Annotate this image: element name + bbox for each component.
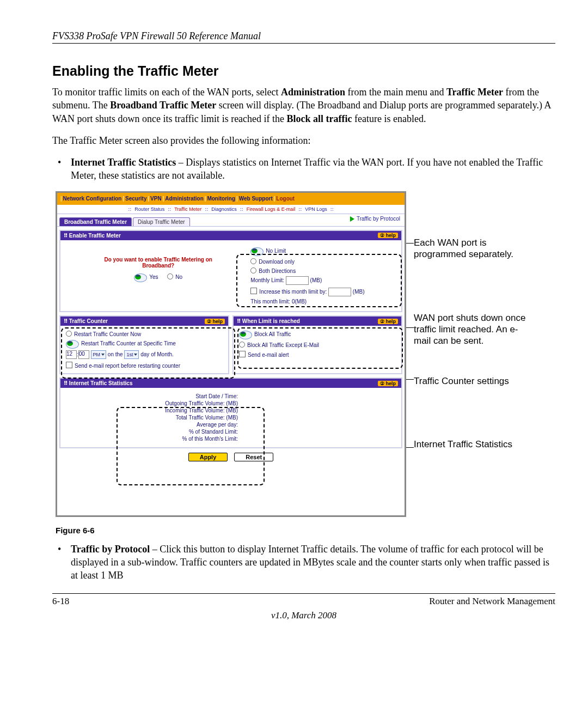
panel-stats: ⠿ Internet Traffic Statistics② help Star… <box>59 378 402 448</box>
figure-caption: Figure 6-6 <box>56 526 555 535</box>
sub-traffic-meter[interactable]: Traffic Meter <box>174 206 201 212</box>
nav-vpn[interactable]: VPN <box>150 196 162 202</box>
panel-limit-head: ⠿ When Limit is reached <box>237 318 300 324</box>
nav-logout[interactable]: Logout <box>276 196 295 202</box>
info-paragraph: The Traffic Meter screen also provides t… <box>52 134 555 147</box>
radio-block-except-email[interactable]: Block All Traffic Except E-Mail <box>239 341 396 348</box>
panel-counter: ⠿ Traffic Counter② help Restart Traffic … <box>59 315 229 374</box>
increase-limit-input[interactable] <box>328 288 351 296</box>
sub-router-status[interactable]: Router Status <box>134 206 164 212</box>
stat-start: Start Date / Time: <box>60 393 401 399</box>
callout-shutdown: WAN port shuts down once traffic limit r… <box>414 312 534 347</box>
radio-both[interactable]: Both Directions <box>250 267 396 274</box>
monthly-limit-row: Monthly Limit: (MB) <box>250 276 396 285</box>
hour-input[interactable]: 12 <box>66 350 77 359</box>
restart-time-controls: 12:00 PM on the 1st day of Month. <box>66 350 223 359</box>
nav-netconfig[interactable]: Network Configuration <box>63 196 122 202</box>
radio-download[interactable]: Download only <box>250 258 396 265</box>
stat-month: % of this Month's Limit: <box>60 436 401 442</box>
stat-avg: Average per day: <box>60 422 401 428</box>
help-icon[interactable]: ② help <box>378 381 398 386</box>
sub-diagnostics[interactable]: Diagnostics <box>211 206 237 212</box>
callout-stats: Internet Traffic Statistics <box>414 439 523 450</box>
this-month-limit: This month limit: 0(MB) <box>250 299 396 305</box>
increase-limit-row: Increase this month limit by: (MB) <box>250 287 396 296</box>
tab-dialup[interactable]: Dialup Traffic Meter <box>133 217 190 226</box>
radio-block-all[interactable]: Block All Traffic <box>239 330 396 339</box>
bullet-protocol: Traffic by Protocol – Click this button … <box>52 543 555 582</box>
play-icon <box>350 216 354 222</box>
tab-row: Broadband Traffic Meter Dialup Traffic M… <box>57 214 405 227</box>
tab-broadband[interactable]: Broadband Traffic Meter <box>59 217 132 226</box>
radio-restart-now[interactable]: Restart Traffic Counter Now <box>66 330 223 337</box>
callout-wan-port: Each WAN port is programmed separately. <box>414 237 528 260</box>
nav-admin[interactable]: Administration <box>165 196 204 202</box>
stat-total: Total Traffic Volume: (MB) <box>60 415 401 421</box>
nav-monitoring[interactable]: Monitoring <box>207 196 235 202</box>
footer-right: Router and Network Management <box>429 596 555 607</box>
stat-std: % of Standard Limit: <box>60 429 401 435</box>
increase-limit-checkbox[interactable] <box>250 288 257 294</box>
manual-header: FVS338 ProSafe VPN Firewall 50 Reference… <box>52 31 555 44</box>
monthly-limit-input[interactable] <box>286 276 309 285</box>
enable-question: Do you want to enable Traffic Metering o… <box>66 257 250 269</box>
sub-vpn-logs[interactable]: VPN Logs <box>305 206 327 212</box>
page-number: 6-18 <box>52 596 69 607</box>
stat-in: Incoming Traffic Volume: (MB) <box>60 407 401 413</box>
apply-button[interactable]: Apply <box>188 453 228 461</box>
send-report-row: Send e-mail report before restarting cou… <box>66 361 223 369</box>
nav-security[interactable]: Security <box>125 196 146 202</box>
send-email-alert-row: Send e-mail alert <box>239 350 396 358</box>
ampm-select[interactable]: PM <box>91 350 107 359</box>
radio-restart-time[interactable]: Restart Traffic Counter at Specific Time <box>66 339 223 348</box>
panel-stats-head: ⠿ Internet Traffic Statistics <box>64 380 132 386</box>
intro-paragraph: To monitor traffic limits on each of the… <box>52 86 555 125</box>
main-nav: | Network Configuration| Security| VPN| … <box>57 193 405 205</box>
radio-nolimit[interactable]: No Limit <box>250 247 396 255</box>
stat-out: Outgoing Traffic Volume: (MB) <box>60 400 401 406</box>
screenshot: | Network Configuration| Security| VPN| … <box>56 191 406 517</box>
min-input[interactable]: 00 <box>78 350 89 359</box>
help-icon[interactable]: ② help <box>205 319 225 324</box>
figure-wrapper: | Network Configuration| Security| VPN| … <box>52 191 555 519</box>
send-email-alert-checkbox[interactable] <box>239 351 246 357</box>
reset-button[interactable]: Reset <box>234 453 273 461</box>
radio-yes[interactable]: Yes <box>134 274 158 280</box>
day-select[interactable]: 1st <box>124 350 139 359</box>
panel-limit: ⠿ When Limit is reached② help Block All … <box>232 315 402 374</box>
nav-websupport[interactable]: Web Support <box>239 196 273 202</box>
panel-enable: ⠿ Enable Traffic Meter② help Do you want… <box>59 230 402 312</box>
traffic-by-protocol-link[interactable]: Traffic by Protocol <box>350 216 400 222</box>
send-report-checkbox[interactable] <box>66 362 72 368</box>
version-line: v1.0, March 2008 <box>52 610 555 621</box>
help-icon[interactable]: ② help <box>378 319 398 324</box>
sub-firewall-logs[interactable]: Firewall Logs & E-mail <box>247 206 296 212</box>
panel-enable-head: ⠿ Enable Traffic Meter <box>64 233 121 239</box>
section-title: Enabling the Traffic Meter <box>52 63 555 79</box>
panel-counter-head: ⠿ Traffic Counter <box>64 318 108 324</box>
radio-no[interactable]: No <box>167 274 182 280</box>
bullet-stats: Internet Traffic Statistics – Displays s… <box>52 156 555 182</box>
sub-nav: ::Router Status ::Traffic Meter ::Diagno… <box>57 205 405 214</box>
page-footer: 6-18 Router and Network Management <box>52 593 555 607</box>
help-icon[interactable]: ② help <box>378 233 398 238</box>
callout-counter: Traffic Counter settings <box>414 375 523 387</box>
